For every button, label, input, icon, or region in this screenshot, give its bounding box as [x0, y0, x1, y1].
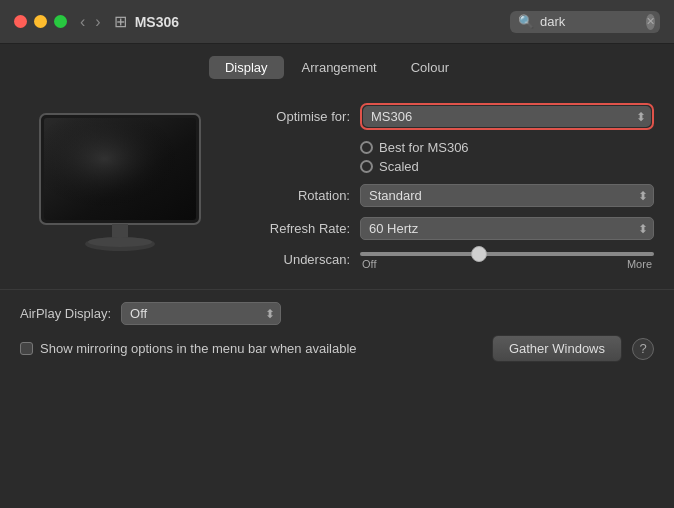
back-button[interactable]: ‹	[77, 13, 88, 31]
tab-display[interactable]: Display	[209, 56, 284, 79]
optimise-select-wrapper: MS306 Best for MS306 Scaled ⬍	[360, 103, 654, 130]
search-bar: 🔍 ✕	[510, 11, 660, 33]
slider-row	[360, 252, 654, 256]
gather-windows-button[interactable]: Gather Windows	[492, 335, 622, 362]
search-clear-button[interactable]: ✕	[646, 14, 655, 30]
maximize-button[interactable]	[54, 15, 67, 28]
rotation-label: Rotation:	[240, 188, 350, 203]
optimise-label: Optimise for:	[240, 109, 350, 124]
grid-icon[interactable]: ⊞	[114, 12, 127, 31]
refresh-label: Refresh Rate:	[240, 221, 350, 236]
bottom-area: AirPlay Display: Off ⬍ Show mirroring op…	[0, 289, 674, 374]
underscan-row: Underscan: Off More	[240, 250, 654, 270]
refresh-select[interactable]: 60 Hertz 30 Hertz	[360, 217, 654, 240]
airplay-label: AirPlay Display:	[20, 306, 111, 321]
slider-off-label: Off	[362, 258, 376, 270]
underscan-slider[interactable]	[360, 252, 654, 256]
settings-panel: Optimise for: MS306 Best for MS306 Scale…	[240, 99, 654, 279]
svg-point-5	[88, 237, 152, 247]
monitor-svg	[30, 109, 210, 269]
mirroring-checkbox[interactable]	[20, 342, 33, 355]
main-content: Optimise for: MS306 Best for MS306 Scale…	[0, 89, 674, 289]
airplay-select[interactable]: Off	[121, 302, 281, 325]
nav-arrows: ‹ ›	[77, 13, 104, 31]
close-button[interactable]	[14, 15, 27, 28]
minimize-button[interactable]	[34, 15, 47, 28]
rotation-select-wrapper: Standard 90° 180° 270° ⬍	[360, 184, 654, 207]
slider-wrapper: Off More	[360, 252, 654, 270]
svg-rect-2	[44, 118, 196, 220]
mirroring-label: Show mirroring options in the menu bar w…	[40, 341, 357, 356]
radio-scaled-dot[interactable]	[360, 160, 373, 173]
mirroring-checkbox-wrapper[interactable]: Show mirroring options in the menu bar w…	[20, 341, 482, 356]
tab-arrangement[interactable]: Arrangement	[286, 56, 393, 79]
optimise-row: Optimise for: MS306 Best for MS306 Scale…	[240, 103, 654, 130]
optimise-select[interactable]: MS306 Best for MS306 Scaled	[363, 106, 651, 127]
tab-colour[interactable]: Colour	[395, 56, 465, 79]
slider-labels: Off More	[360, 258, 654, 270]
monitor-preview	[20, 99, 220, 279]
search-input[interactable]	[540, 14, 640, 29]
forward-button[interactable]: ›	[92, 13, 103, 31]
airplay-row: AirPlay Display: Off ⬍	[20, 302, 654, 325]
traffic-lights	[14, 15, 67, 28]
help-button[interactable]: ?	[632, 338, 654, 360]
refresh-row: Refresh Rate: 60 Hertz 30 Hertz ⬍	[240, 217, 654, 240]
search-icon: 🔍	[518, 14, 534, 29]
underscan-label: Underscan:	[240, 252, 350, 267]
radio-best-dot[interactable]	[360, 141, 373, 154]
tab-bar: Display Arrangement Colour	[0, 44, 674, 89]
radio-best[interactable]: Best for MS306	[360, 140, 654, 155]
radio-group: Best for MS306 Scaled	[360, 140, 654, 174]
titlebar: ‹ › ⊞ MS306 🔍 ✕	[0, 0, 674, 44]
radio-scaled-label: Scaled	[379, 159, 419, 174]
refresh-select-wrapper: 60 Hertz 30 Hertz ⬍	[360, 217, 654, 240]
radio-best-label: Best for MS306	[379, 140, 469, 155]
rotation-select[interactable]: Standard 90° 180° 270°	[360, 184, 654, 207]
airplay-select-wrapper: Off ⬍	[121, 302, 281, 325]
slider-more-label: More	[627, 258, 652, 270]
window-title: MS306	[135, 14, 510, 30]
rotation-row: Rotation: Standard 90° 180° 270° ⬍	[240, 184, 654, 207]
radio-scaled[interactable]: Scaled	[360, 159, 654, 174]
mirroring-row: Show mirroring options in the menu bar w…	[20, 335, 654, 362]
